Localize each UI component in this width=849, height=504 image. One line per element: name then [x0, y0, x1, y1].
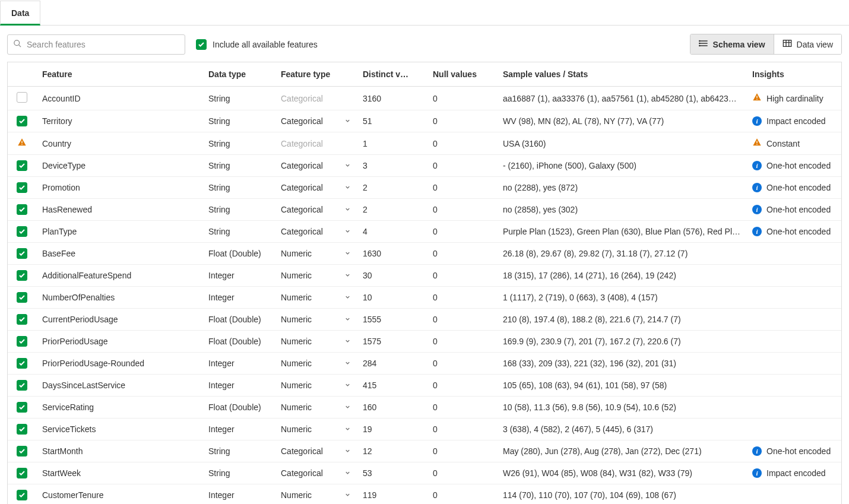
table-row[interactable]: AccountIDStringCategorical31600aa16887 (… — [8, 87, 841, 110]
feature-type-cell[interactable]: Numeric — [275, 243, 357, 265]
table-row[interactable]: DeviceTypeStringCategorical30- (2160), i… — [8, 155, 841, 177]
header-null[interactable]: Null values — [427, 62, 497, 87]
row-status-cell[interactable] — [8, 199, 36, 221]
feature-type-cell[interactable]: Numeric — [275, 397, 357, 419]
search-input[interactable] — [7, 34, 185, 55]
row-checkbox[interactable] — [17, 248, 27, 259]
feature-type-cell[interactable]: Categorical — [275, 110, 357, 132]
row-checkbox[interactable] — [17, 314, 27, 325]
row-checkbox[interactable] — [17, 182, 27, 193]
chevron-down-icon[interactable] — [344, 116, 351, 126]
chevron-down-icon[interactable] — [344, 468, 351, 478]
row-status-cell[interactable] — [8, 155, 36, 177]
feature-type-cell[interactable]: Numeric — [275, 353, 357, 375]
header-insights[interactable]: Insights — [746, 62, 841, 87]
table-row[interactable]: AdditionalFeatureSpendIntegerNumeric3001… — [8, 265, 841, 287]
chevron-down-icon[interactable] — [344, 249, 351, 258]
table-row[interactable]: PromotionStringCategorical20no (2288), y… — [8, 177, 841, 199]
chevron-down-icon[interactable] — [344, 205, 351, 214]
row-checkbox[interactable] — [17, 292, 27, 303]
row-checkbox[interactable] — [17, 490, 27, 500]
feature-type-cell[interactable]: Categorical — [275, 221, 357, 243]
feature-type-cell[interactable]: Numeric — [275, 375, 357, 397]
row-checkbox[interactable] — [17, 380, 27, 391]
row-status-cell[interactable] — [8, 440, 36, 462]
row-status-cell[interactable] — [8, 462, 36, 484]
feature-type-cell[interactable]: Numeric — [275, 287, 357, 309]
feature-type-cell[interactable]: Numeric — [275, 419, 357, 440]
row-status-cell[interactable] — [8, 265, 36, 287]
chevron-down-icon[interactable] — [344, 381, 351, 390]
feature-type-cell[interactable]: Numeric — [275, 265, 357, 287]
row-status-cell[interactable] — [8, 419, 36, 440]
table-row[interactable]: NumberOfPenaltiesIntegerNumeric1001 (111… — [8, 287, 841, 309]
row-status-cell[interactable] — [8, 331, 36, 353]
feature-type-cell[interactable]: Categorical — [275, 440, 357, 462]
feature-type-cell[interactable]: Numeric — [275, 331, 357, 353]
chevron-down-icon[interactable] — [344, 402, 351, 412]
row-status-cell[interactable] — [8, 397, 36, 419]
row-checkbox[interactable] — [17, 160, 27, 171]
row-checkbox[interactable] — [17, 336, 27, 347]
chevron-down-icon[interactable] — [344, 271, 351, 280]
row-status-cell[interactable] — [8, 110, 36, 132]
chevron-down-icon[interactable] — [344, 161, 351, 170]
feature-type-cell[interactable]: Categorical — [275, 177, 357, 199]
chevron-down-icon[interactable] — [344, 315, 351, 324]
row-checkbox[interactable] — [17, 424, 27, 435]
include-all-toggle[interactable]: Include all available features — [196, 39, 318, 50]
row-status-cell[interactable] — [8, 375, 36, 397]
row-checkbox[interactable] — [17, 116, 27, 126]
chevron-down-icon[interactable] — [344, 293, 351, 302]
feature-type-cell[interactable]: Categorical — [275, 155, 357, 177]
table-row[interactable]: CustomerTenureIntegerNumeric1190114 (70)… — [8, 484, 841, 505]
include-all-checkbox[interactable] — [196, 39, 207, 50]
header-feature[interactable]: Feature — [36, 62, 202, 87]
row-status-cell[interactable] — [8, 353, 36, 375]
header-distinct[interactable]: Distinct v… — [357, 62, 427, 87]
feature-type-cell[interactable]: Numeric — [275, 484, 357, 505]
row-checkbox[interactable] — [17, 468, 27, 478]
tab-data[interactable]: Data — [0, 1, 40, 26]
table-row[interactable]: ServiceRatingFloat (Double)Numeric160010… — [8, 397, 841, 419]
table-row[interactable]: CountryStringCategorical10USA (3160)Cons… — [8, 132, 841, 155]
table-row[interactable]: CurrentPeriodUsageFloat (Double)Numeric1… — [8, 309, 841, 331]
table-row[interactable]: StartMonthStringCategorical120May (280),… — [8, 440, 841, 462]
chevron-down-icon[interactable] — [344, 337, 351, 346]
row-status-cell[interactable] — [8, 177, 36, 199]
table-row[interactable]: TerritoryStringCategorical510WV (98), MN… — [8, 110, 841, 132]
feature-type-cell[interactable]: Categorical — [275, 462, 357, 484]
row-checkbox[interactable] — [17, 358, 27, 369]
chevron-down-icon[interactable] — [344, 490, 351, 500]
table-row[interactable]: BaseFeeFloat (Double)Numeric1630026.18 (… — [8, 243, 841, 265]
feature-type-cell[interactable]: Categorical — [275, 199, 357, 221]
row-checkbox[interactable] — [17, 204, 27, 215]
row-checkbox[interactable] — [17, 446, 27, 457]
table-row[interactable]: DaysSinceLastServiceIntegerNumeric415010… — [8, 375, 841, 397]
chevron-down-icon[interactable] — [344, 446, 351, 456]
row-checkbox[interactable] — [17, 402, 27, 413]
row-status-cell[interactable] — [8, 221, 36, 243]
row-checkbox[interactable] — [17, 270, 27, 281]
row-status-cell[interactable] — [8, 132, 36, 155]
schema-view-button[interactable]: Schema view — [690, 34, 774, 54]
data-view-button[interactable]: Data view — [774, 34, 841, 54]
table-row[interactable]: ServiceTicketsIntegerNumeric1903 (638), … — [8, 419, 841, 440]
row-checkbox[interactable] — [17, 92, 27, 103]
table-row[interactable]: StartWeekStringCategorical530W26 (91), W… — [8, 462, 841, 484]
row-status-cell[interactable] — [8, 309, 36, 331]
table-row[interactable]: PlanTypeStringCategorical40Purple Plan (… — [8, 221, 841, 243]
header-sample[interactable]: Sample values / Stats — [497, 62, 746, 87]
row-status-cell[interactable] — [8, 243, 36, 265]
chevron-down-icon[interactable] — [344, 183, 351, 192]
header-feature-type[interactable]: Feature type — [275, 62, 357, 87]
header-data-type[interactable]: Data type — [202, 62, 275, 87]
feature-type-cell[interactable]: Numeric — [275, 309, 357, 331]
row-checkbox[interactable] — [17, 226, 27, 237]
row-status-cell[interactable] — [8, 87, 36, 110]
chevron-down-icon[interactable] — [344, 227, 351, 236]
row-status-cell[interactable] — [8, 287, 36, 309]
chevron-down-icon[interactable] — [344, 424, 351, 434]
table-row[interactable]: HasRenewedStringCategorical20no (2858), … — [8, 199, 841, 221]
chevron-down-icon[interactable] — [344, 359, 351, 368]
